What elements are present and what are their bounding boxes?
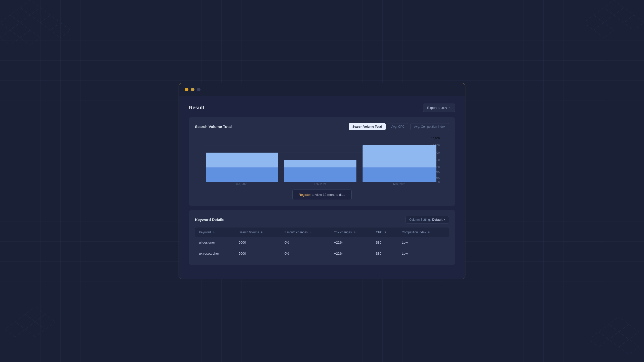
svg-marker-1 xyxy=(20,0,40,15)
traffic-light-maximize[interactable] xyxy=(197,88,200,91)
svg-marker-2 xyxy=(0,15,20,30)
cell-competition-index-1: Low xyxy=(398,237,449,248)
svg-marker-7 xyxy=(0,30,20,45)
cell-search-volume-2: 5000 xyxy=(235,248,280,259)
cell-keyword-2: ux researcher xyxy=(195,248,235,259)
svg-rect-45 xyxy=(284,160,356,167)
svg-marker-18 xyxy=(589,332,609,347)
register-prompt: Register to view 12 months data xyxy=(195,190,449,200)
chevron-down-icon: ▾ xyxy=(444,218,445,221)
cell-3-month-changes-1: 0% xyxy=(280,237,330,248)
register-box: Register to view 12 months data xyxy=(292,190,352,200)
register-link[interactable]: Register xyxy=(299,193,311,197)
svg-marker-16 xyxy=(609,317,629,332)
keyword-section-title: Keyword Details xyxy=(195,217,224,222)
chart-tab-group: Search Volume Total Avg. CPC Avg. Compet… xyxy=(349,123,449,130)
cell-search-volume-1: 5000 xyxy=(235,237,280,248)
chart-container: 15,000 12,500 10,000 7,500 5,000 40K 20K… xyxy=(195,135,449,186)
chart-card: Search Volume Total Search Volume Total … xyxy=(189,117,455,206)
svg-marker-13 xyxy=(584,15,604,30)
svg-marker-12 xyxy=(624,15,644,30)
svg-marker-3 xyxy=(30,8,50,23)
col-cpc: CPC ⇅ xyxy=(372,228,398,237)
svg-text:Jan, 2021: Jan, 2021 xyxy=(236,183,248,185)
sort-icon-search-volume[interactable]: ⇅ xyxy=(261,231,263,234)
column-setting-dropdown[interactable]: Column Setting: Default ▾ xyxy=(406,216,449,223)
svg-marker-10 xyxy=(604,0,624,15)
window-content: Result Export to .csv ↑ Search Volume To… xyxy=(179,96,465,279)
tab-avg-cpc[interactable]: Avg. CPC xyxy=(388,123,408,130)
svg-marker-19 xyxy=(609,332,629,347)
col-search-volume: Search Volume ⇅ xyxy=(235,228,280,237)
cell-competition-index-2: Low xyxy=(398,248,449,259)
col-competition-index: Competition Index ⇅ xyxy=(398,228,449,237)
svg-marker-4 xyxy=(10,23,30,38)
page-header: Result Export to .csv ↑ xyxy=(189,104,455,112)
keyword-details-card: Keyword Details Column Setting: Default … xyxy=(189,210,455,265)
col-3-month-changes: 3 month changes ⇅ xyxy=(280,228,330,237)
svg-rect-42 xyxy=(206,152,278,167)
svg-marker-0 xyxy=(10,8,30,23)
svg-rect-49 xyxy=(363,167,436,182)
svg-text:Mar, 2021: Mar, 2021 xyxy=(393,183,406,185)
col-yoy-changes: YoY changes ⇅ xyxy=(330,228,372,237)
sort-icon-keyword[interactable]: ⇅ xyxy=(213,231,215,234)
table-row: ux researcher 5000 0% +22% $30 Low xyxy=(195,248,449,259)
svg-marker-25 xyxy=(25,322,45,337)
bar-chart: 15,000 12,500 10,000 7,500 5,000 40K 20K… xyxy=(195,135,449,186)
column-setting-label: Column Setting: xyxy=(409,218,431,221)
page-title: Result xyxy=(189,105,204,111)
svg-marker-5 xyxy=(40,15,60,30)
cell-yoy-changes-2: +22% xyxy=(330,248,372,259)
sort-icon-competition-index[interactable]: ⇅ xyxy=(428,231,430,234)
table-row: ui designer 5000 0% +22% $30 Low xyxy=(195,237,449,248)
svg-marker-21 xyxy=(15,314,35,329)
cell-yoy-changes-1: +22% xyxy=(330,237,372,248)
tab-search-volume-total[interactable]: Search Volume Total xyxy=(349,123,386,130)
export-icon: ↑ xyxy=(449,106,451,110)
cell-keyword-1: ui designer xyxy=(195,237,235,248)
traffic-light-close[interactable] xyxy=(185,88,188,91)
keyword-table: Keyword ⇅ Search Volume ⇅ 3 month change… xyxy=(195,228,449,259)
browser-window: Result Export to .csv ↑ Search Volume To… xyxy=(179,83,465,279)
cell-cpc-1: $30 xyxy=(372,237,398,248)
svg-marker-11 xyxy=(614,8,634,23)
svg-marker-9 xyxy=(594,8,614,23)
svg-marker-15 xyxy=(599,324,619,339)
svg-text:Feb, 2021: Feb, 2021 xyxy=(314,183,327,185)
chart-title: Search Volume Total xyxy=(195,124,232,129)
svg-marker-22 xyxy=(25,307,45,322)
col-keyword: Keyword ⇅ xyxy=(195,228,235,237)
svg-rect-48 xyxy=(363,145,436,167)
column-setting-value: Default xyxy=(432,218,442,221)
export-button[interactable]: Export to .csv ↑ xyxy=(423,104,455,112)
svg-rect-46 xyxy=(284,167,356,182)
export-label: Export to .csv xyxy=(427,106,447,110)
sort-icon-cpc[interactable]: ⇅ xyxy=(384,231,386,234)
svg-marker-20 xyxy=(619,339,639,354)
traffic-light-minimize[interactable] xyxy=(191,88,194,91)
cell-3-month-changes-2: 0% xyxy=(280,248,330,259)
sort-icon-3-month-changes[interactable]: ⇅ xyxy=(309,231,311,234)
svg-text:0: 0 xyxy=(438,181,440,184)
svg-marker-8 xyxy=(50,23,70,38)
cell-cpc-2: $30 xyxy=(372,248,398,259)
svg-marker-23 xyxy=(35,314,55,329)
sort-icon-yoy-changes[interactable]: ⇅ xyxy=(354,231,356,234)
svg-marker-6 xyxy=(20,30,40,45)
register-prompt-text: to view 12 months data xyxy=(312,193,345,197)
svg-marker-14 xyxy=(594,23,614,38)
svg-marker-24 xyxy=(5,322,25,337)
svg-rect-43 xyxy=(206,167,278,182)
tab-avg-competition-index[interactable]: Avg. Competition Index xyxy=(410,123,449,130)
svg-text:15,000: 15,000 xyxy=(431,137,440,140)
keyword-section-header: Keyword Details Column Setting: Default … xyxy=(195,216,449,223)
table-header-row: Keyword ⇅ Search Volume ⇅ 3 month change… xyxy=(195,228,449,237)
svg-marker-17 xyxy=(619,324,639,339)
title-bar xyxy=(179,83,465,96)
chart-card-header: Search Volume Total Search Volume Total … xyxy=(195,123,449,130)
